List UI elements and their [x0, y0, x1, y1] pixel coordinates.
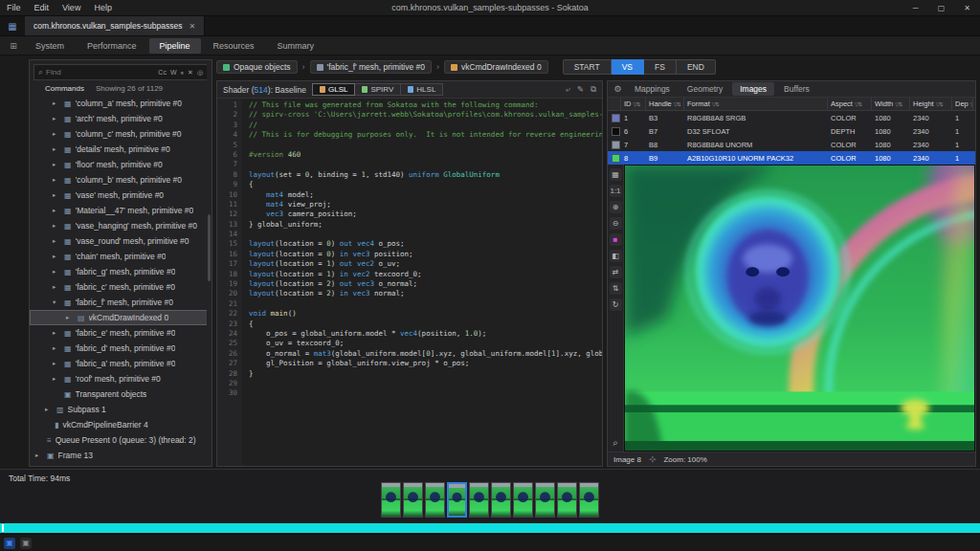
chevron-icon[interactable]: ▸ [53, 253, 60, 260]
alpha-toggle-icon[interactable]: ◧ [610, 250, 622, 262]
filter-sort-icons[interactable]: ▽⇅ [712, 101, 719, 107]
zoom-out-icon[interactable]: ⊖ [610, 217, 622, 230]
code-editor[interactable]: 1234567891011121314151617181920212223242… [217, 99, 602, 466]
chevron-icon[interactable]: ▸ [53, 360, 60, 367]
tree-item[interactable]: ▸▦'vase' mesh, primitive #0 [30, 187, 212, 203]
magnifier-icon[interactable]: ⌕ [610, 436, 622, 449]
home-icon[interactable]: ▦ [0, 16, 25, 35]
frame-thumbnail[interactable] [535, 482, 555, 518]
tree-scrollbar[interactable] [207, 60, 212, 466]
frame-thumbnail[interactable] [381, 482, 401, 518]
edit-icon[interactable]: ✎ [577, 84, 584, 95]
search-option-3[interactable]: ✕ [188, 69, 193, 77]
chevron-icon[interactable]: ▸ [53, 268, 60, 276]
scrollbar-thumb[interactable] [208, 214, 211, 281]
frame-thumbnail[interactable] [447, 482, 467, 518]
chevron-icon[interactable]: ▸ [53, 130, 60, 138]
background-color-swatch[interactable]: ■ [610, 233, 622, 246]
tree-item[interactable]: ▸▦'fabric_g' mesh, primitive #0 [30, 264, 212, 279]
search-option-0[interactable]: Cc [158, 69, 167, 77]
chevron-icon[interactable]: ▸ [53, 344, 60, 352]
search-box[interactable]: ⌕ CcW⁎✕◎ [33, 64, 208, 80]
tree-item[interactable]: ▮vkCmdPipelineBarrier 4 [30, 417, 212, 432]
breadcrumb-item[interactable]: 'fabric_f' mesh, primitive #0 [310, 60, 432, 74]
tree-item[interactable]: ▸▥Subpass 1 [30, 402, 212, 417]
filter-sort-icons[interactable]: ▽⇅ [936, 101, 943, 107]
layout-icon[interactable]: ⊞ [4, 41, 23, 51]
tree-item[interactable]: ▸▦'vase_round' mesh, primitive #0 [30, 233, 212, 249]
tree-item[interactable]: ▸▣Frame 13 [30, 448, 212, 463]
texture-channels-icon[interactable]: ▦ [610, 168, 622, 181]
window-maximize-button[interactable]: ▢ [928, 0, 954, 16]
tab-performance[interactable]: Performance [77, 38, 147, 54]
image-canvas[interactable] [624, 165, 975, 452]
chevron-icon[interactable]: ▸ [53, 115, 60, 122]
chevron-icon[interactable]: ▸ [53, 145, 60, 153]
chevron-icon[interactable]: ▸ [53, 161, 60, 168]
rotate-icon[interactable]: ↻ [610, 298, 622, 311]
image-table-row[interactable]: 6B7D32 SFLOATDEPTH108023401 [608, 124, 975, 138]
column-header-format[interactable]: Format▽⇅ [684, 98, 828, 110]
tree-item[interactable]: ▣Transparent objects [30, 386, 212, 402]
tab-images[interactable]: Images [732, 82, 774, 96]
chevron-icon[interactable]: ▸ [45, 406, 53, 413]
chevron-icon[interactable]: ▸ [53, 283, 60, 291]
menu-view[interactable]: View [56, 3, 87, 12]
tab-buffers[interactable]: Buffers [776, 82, 817, 96]
column-header-dep[interactable]: Dep▽⇅ [952, 98, 973, 110]
actual-size-icon[interactable]: 1:1 [610, 185, 622, 197]
chevron-icon[interactable]: ▸ [66, 314, 74, 321]
tree-item[interactable]: ▸▦'fabric_e' mesh, primitive #0 [30, 325, 212, 341]
tree-item[interactable]: ▸▦'fabric_c' mesh, primitive #0 [30, 279, 212, 295]
status-device-icon[interactable]: ▣ [20, 538, 32, 549]
column-header-aspect[interactable]: Aspect▽⇅ [828, 98, 872, 110]
menu-file[interactable]: File [0, 3, 28, 12]
tree-item[interactable]: ▸▦'roof' mesh, primitive #0 [30, 371, 212, 386]
tree-item[interactable]: ▸▦'arch' mesh, primitive #0 [30, 111, 212, 126]
filter-sort-icons[interactable]: ▽⇅ [895, 101, 902, 107]
shader-id-link[interactable]: 514 [255, 85, 268, 95]
chevron-icon[interactable]: ▸ [53, 99, 60, 107]
stage-button-end[interactable]: END [677, 59, 716, 75]
tab-pipeline[interactable]: Pipeline [149, 38, 201, 54]
column-header-height[interactable]: Height▽⇅ [910, 98, 952, 110]
tree-item[interactable]: ▸▦'column_a' mesh, primitive #0 [30, 96, 212, 111]
tree-item[interactable]: ▸▦'details' mesh, primitive #0 [30, 142, 212, 157]
breadcrumb-item[interactable]: Opaque objects [216, 60, 298, 74]
pan-icon[interactable]: ⊹ [649, 454, 657, 464]
language-button-glsl[interactable]: GLSL [312, 83, 355, 96]
playhead[interactable] [2, 524, 4, 532]
language-button-hlsl[interactable]: HLSL [401, 83, 443, 96]
frame-thumbnail[interactable] [491, 482, 511, 518]
stage-button-fs[interactable]: FS [644, 59, 677, 75]
image-table-row[interactable]: 7B8R8G8B8A8 UNORMCOLOR108023401 [608, 138, 975, 151]
tree-item[interactable]: ▸▦'column_b' mesh, primitive #0 [30, 172, 212, 187]
tree-item[interactable]: ▸▦'floor' mesh, primitive #0 [30, 157, 212, 172]
close-tab-icon[interactable]: ✕ [189, 22, 195, 31]
tree-item[interactable]: ▸▤vkCmdDrawIndexed 0 [30, 310, 212, 325]
search-input[interactable] [46, 68, 155, 77]
flip-vertical-icon[interactable]: ⇅ [610, 282, 622, 295]
stage-button-start[interactable]: START [563, 59, 612, 75]
frame-thumbnail[interactable] [513, 482, 533, 518]
image-table-row[interactable]: 1B3R8G8B8A8 SRGBCOLOR108023401 [608, 111, 975, 124]
tab-summary[interactable]: Summary [267, 38, 325, 54]
column-header-id[interactable]: ID▽⇅ [621, 98, 646, 110]
filter-sort-icons[interactable]: ▽⇅ [970, 101, 973, 107]
filter-sort-icons[interactable]: ▽⇅ [634, 101, 640, 107]
chevron-icon[interactable]: ▸ [53, 375, 60, 383]
tree-item[interactable]: ▸▦'vase_hanging' mesh, primitive #0 [30, 218, 212, 233]
search-option-4[interactable]: ◎ [197, 69, 203, 77]
chevron-icon[interactable]: ▸ [35, 452, 43, 459]
menu-edit[interactable]: Edit [28, 3, 56, 12]
search-option-1[interactable]: W [170, 69, 177, 77]
frame-thumbnail[interactable] [425, 482, 445, 518]
tree-item[interactable]: ▸▦'fabric_a' mesh, primitive #0 [30, 356, 212, 371]
chevron-icon[interactable]: ▸ [53, 222, 60, 230]
filter-sort-icons[interactable]: ▽⇅ [855, 101, 861, 107]
document-tab[interactable]: com.khronos.vulkan_samples-subpasses ✕ [25, 16, 205, 35]
tree-item[interactable]: ▾▦'fabric_f' mesh, primitive #0 [30, 295, 212, 310]
chevron-icon[interactable]: ▸ [53, 176, 60, 184]
status-capture-icon[interactable]: ▣ [4, 538, 15, 549]
frame-thumbnail[interactable] [579, 482, 599, 518]
